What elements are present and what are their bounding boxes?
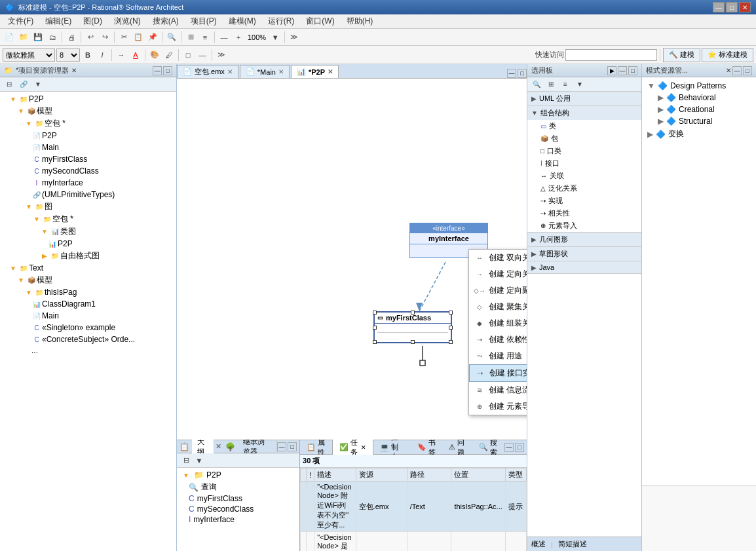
tab-close[interactable]: ✕ xyxy=(227,68,233,75)
outline-tool1[interactable]: ⊟ xyxy=(180,454,193,467)
more-tools[interactable]: ≫ xyxy=(215,48,228,62)
ctx-directed[interactable]: → 创建 定向关联 xyxy=(469,266,527,282)
tree-item-primitives[interactable]: 🔗 (UMLPrimitiveTypes) xyxy=(0,189,176,200)
palette-dropdown[interactable]: ▼ xyxy=(573,78,586,91)
palette-item-interface[interactable]: I 接口 xyxy=(527,157,641,170)
cut-button[interactable]: ✂ xyxy=(117,31,130,44)
palette-tool3[interactable]: ≡ xyxy=(559,78,572,91)
pattern-structural[interactable]: ▶ 🔷 Structural xyxy=(645,115,753,127)
pattern-creational[interactable]: ▶ 🔷 Creational xyxy=(645,104,753,115)
line-button[interactable]: — xyxy=(196,48,209,62)
ctx-interface-impl[interactable]: ⇢ 创建 接口实现 xyxy=(469,364,527,382)
tree-item-concretesubj[interactable]: C «ConcreteSubject» Orde... xyxy=(0,333,176,345)
ctx-usage[interactable]: ⤳ 创建 用途 xyxy=(469,348,527,364)
palette-section-geo-header[interactable]: ▶ 几何图形 xyxy=(527,233,641,246)
tree-item-text-model[interactable]: ▼ 📦 模型 xyxy=(0,274,176,286)
zoom-dropdown-button[interactable]: ▼ xyxy=(269,31,282,44)
close-icon[interactable]: ✕ xyxy=(361,444,366,451)
link-editor-button[interactable]: 🔗 xyxy=(17,78,30,91)
handle-tr[interactable] xyxy=(449,311,453,314)
uml-class-shape[interactable]: ▭ myFirstClass xyxy=(373,311,452,343)
bold-button[interactable]: B xyxy=(81,48,94,62)
tree-item-diagrams[interactable]: ▼ 📁 图 xyxy=(0,200,176,213)
print-button[interactable]: 🖨 xyxy=(65,31,78,44)
redo-button[interactable]: ↪ xyxy=(98,31,111,44)
font-color-button[interactable]: A xyxy=(129,48,142,62)
italic-button[interactable]: I xyxy=(96,48,109,62)
menu-help[interactable]: 帮助(H) xyxy=(341,14,379,28)
tree-item-empty-pkg[interactable]: ▼ 📁 空包 * xyxy=(0,117,176,130)
menu-window[interactable]: 窗口(W) xyxy=(301,14,339,28)
tab-p2p[interactable]: 📊 *P2P ✕ xyxy=(291,65,339,78)
tree-item-classdiag[interactable]: ▼ 📊 类图 xyxy=(0,225,176,238)
save-all-button[interactable]: 🗂 xyxy=(46,31,59,44)
tree-item-thisispag[interactable]: ▼ 📁 thisIsPag xyxy=(0,286,176,298)
build-button[interactable]: 🔨 建模 xyxy=(663,48,700,62)
zoom-in-button[interactable]: + xyxy=(232,31,245,44)
menu-search[interactable]: 搜索(A) xyxy=(147,14,184,28)
tab-close3[interactable]: ✕ xyxy=(328,68,333,75)
std-build-button[interactable]: ⭐ 标准建模 xyxy=(702,48,753,62)
menu-run[interactable]: 运行(R) xyxy=(263,14,300,28)
outline-firstclass[interactable]: C myFirstClass xyxy=(178,493,298,504)
grid-button[interactable]: ⊞ xyxy=(184,31,197,44)
close-button[interactable]: ✕ xyxy=(739,2,751,12)
handle-mr[interactable] xyxy=(449,326,453,330)
palette-item-gen[interactable]: △ 泛化关系 xyxy=(527,182,641,195)
ctx-dep[interactable]: ⇢ 创建 依赖性 xyxy=(469,332,527,348)
tree-item-text-root[interactable]: ▼ 📁 Text xyxy=(0,262,176,274)
tree-item-singleton[interactable]: C «Singleton» example xyxy=(0,322,176,333)
ctx-bidirectional[interactable]: ↔ 创建 双向关联 xyxy=(469,250,527,266)
palette-item-package[interactable]: 📦 包 xyxy=(527,132,641,145)
maximize-button[interactable]: □ xyxy=(726,2,738,12)
tree-item-main[interactable]: 📄 Main xyxy=(0,142,176,153)
tree-item-p2p-file[interactable]: 📄 P2P xyxy=(0,130,176,142)
font-size-select[interactable]: 8 xyxy=(56,48,80,62)
align-button[interactable]: ≡ xyxy=(198,31,212,44)
outline-p2p[interactable]: ▼ 📁 P2P xyxy=(178,469,298,481)
copy-button[interactable]: 📋 xyxy=(132,31,145,44)
toolbar-extra[interactable]: ≫ xyxy=(288,31,301,44)
palette-tool2[interactable]: ⊞ xyxy=(544,78,558,91)
tab-main[interactable]: 📄 *Main ✕ xyxy=(240,65,290,78)
palette-item-dep[interactable]: ⇢ 相关性 xyxy=(527,207,641,219)
menu-model[interactable]: 建模(M) xyxy=(223,14,261,28)
menu-project[interactable]: 项目(P) xyxy=(185,14,222,28)
tasks-min-button[interactable]: — xyxy=(504,443,514,452)
panel-min-button[interactable]: — xyxy=(153,66,162,75)
pattern-max-button[interactable]: □ xyxy=(743,66,752,75)
handle-tl[interactable] xyxy=(373,311,377,314)
handle-bl[interactable] xyxy=(373,340,377,344)
handle-bm[interactable] xyxy=(411,340,415,344)
zoom-out-button[interactable]: — xyxy=(217,31,231,44)
paste-button[interactable]: 📌 xyxy=(146,31,159,44)
ctx-import[interactable]: ⊕ 创建 元素导入 xyxy=(469,398,527,415)
tree-item-model[interactable]: ▼ 📦 模型 xyxy=(0,105,176,117)
palette-toggle-button[interactable]: ▶ xyxy=(607,66,616,75)
palette-item-interface-box[interactable]: □ 口类 xyxy=(527,145,641,157)
outline-max-button[interactable]: □ xyxy=(288,442,297,451)
palette-section-sketch-header[interactable]: ▶ 草图形状 xyxy=(527,247,641,261)
minimize-button[interactable]: — xyxy=(713,2,725,12)
arrow-right-button[interactable]: → xyxy=(115,48,128,62)
tree-item-classdiagram1[interactable]: 📊 ClassDiagram1 xyxy=(0,298,176,310)
outline-interface[interactable]: I myInterface xyxy=(178,514,298,525)
task-row-1[interactable]: "<Decision Node> 是否是主账户" 至少有两个传... 空包.em… xyxy=(301,532,527,552)
shape-button[interactable]: □ xyxy=(181,48,195,62)
palette-section-struct-header[interactable]: ▼ 组合结构 xyxy=(527,106,641,120)
ctx-infoflow[interactable]: ≋ 创建 信息流 xyxy=(469,382,527,398)
palette-item-import[interactable]: ⊕ 元素导入 xyxy=(527,219,641,232)
undo-button[interactable]: ↩ xyxy=(84,31,97,44)
collapse-all-button[interactable]: ⊟ xyxy=(3,78,16,91)
panel-max-button[interactable]: □ xyxy=(163,66,172,75)
diagram-canvas[interactable]: «interface» myInterface ▭ myFirstClass xyxy=(177,79,527,440)
pattern-behavioral[interactable]: ▶ 🔷 Behavioral xyxy=(645,92,753,104)
tree-item-interface[interactable]: I myInterface xyxy=(0,177,176,189)
task-row-0[interactable]: "<Decision Node> 附近WiFi列表不为空" 至少有... 空包.… xyxy=(301,482,527,532)
tree-item-firstclass[interactable]: C myFirstClass xyxy=(0,153,176,165)
palette-item-class[interactable]: ▭ 类 xyxy=(527,120,641,132)
tree-item-freeform[interactable]: ▶ 📁 自由格式图 xyxy=(0,250,176,262)
tasks-max-button[interactable]: □ xyxy=(515,443,524,452)
outline-query[interactable]: 🔍 查询 xyxy=(178,481,298,493)
tree-item-emptyp2[interactable]: ▼ 📁 空包 * xyxy=(0,213,176,225)
